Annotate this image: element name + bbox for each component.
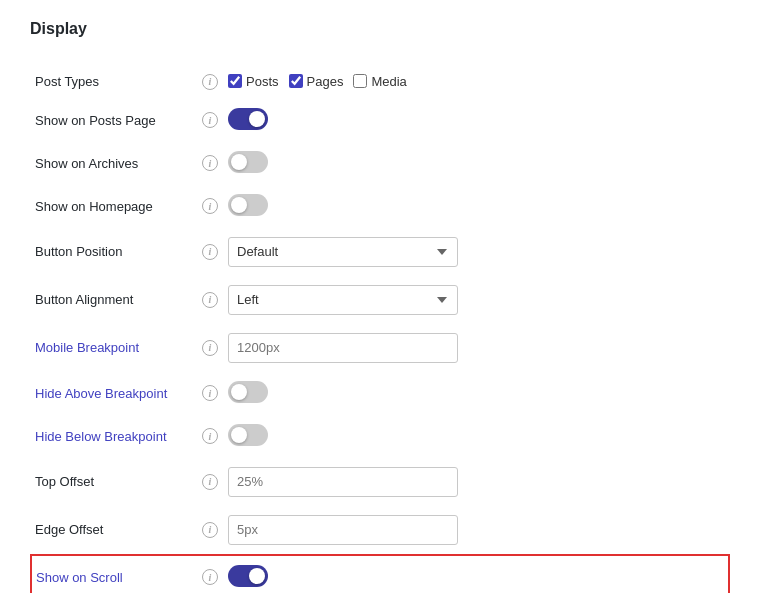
checkbox-media[interactable] <box>353 74 367 88</box>
help-icon-hide-below-breakpoint[interactable]: i <box>202 428 218 444</box>
help-icon-show-on-homepage[interactable]: i <box>202 198 218 214</box>
row-post-types: Post TypesiPostsPagesMedia <box>31 64 729 99</box>
toggle-show-on-posts-page[interactable] <box>228 108 268 130</box>
row-mobile-breakpoint: Mobile Breakpointi <box>31 324 729 372</box>
toggle-show-on-archives[interactable] <box>228 151 268 173</box>
post-types-group: PostsPagesMedia <box>228 74 725 89</box>
help-icon-post-types[interactable]: i <box>202 74 218 90</box>
toggle-slider-show-on-posts-page <box>228 108 268 130</box>
label-mobile-breakpoint: Mobile Breakpoint <box>31 324 196 372</box>
label-show-on-archives: Show on Archives <box>31 142 196 185</box>
input-mobile-breakpoint[interactable] <box>228 333 458 363</box>
row-show-on-scroll: Show on Scrolli <box>31 555 729 594</box>
checkbox-label-media[interactable]: Media <box>353 74 406 89</box>
toggle-slider-hide-below-breakpoint <box>228 424 268 446</box>
help-icon-top-offset[interactable]: i <box>202 474 218 490</box>
toggle-show-on-homepage[interactable] <box>228 194 268 216</box>
label-button-alignment: Button Alignment <box>31 276 196 324</box>
label-hide-below-breakpoint: Hide Below Breakpoint <box>31 415 196 458</box>
help-icon-show-on-posts-page[interactable]: i <box>202 112 218 128</box>
select-button-alignment[interactable]: LeftCenterRight <box>228 285 458 315</box>
label-show-on-scroll: Show on Scroll <box>31 555 196 594</box>
row-edge-offset: Edge Offseti <box>31 506 729 555</box>
row-show-on-posts-page: Show on Posts Pagei <box>31 99 729 142</box>
input-edge-offset[interactable] <box>228 515 458 545</box>
section-title: Display <box>30 20 730 46</box>
help-icon-edge-offset[interactable]: i <box>202 522 218 538</box>
row-show-on-homepage: Show on Homepagei <box>31 185 729 228</box>
label-show-on-posts-page: Show on Posts Page <box>31 99 196 142</box>
row-hide-below-breakpoint: Hide Below Breakpointi <box>31 415 729 458</box>
help-icon-hide-above-breakpoint[interactable]: i <box>202 385 218 401</box>
help-icon-show-on-archives[interactable]: i <box>202 155 218 171</box>
select-button-position[interactable]: DefaultTopBottomLeftRight <box>228 237 458 267</box>
toggle-slider-show-on-archives <box>228 151 268 173</box>
checkbox-pages[interactable] <box>289 74 303 88</box>
row-top-offset: Top Offseti <box>31 458 729 506</box>
row-button-position: Button PositioniDefaultTopBottomLeftRigh… <box>31 228 729 276</box>
label-top-offset: Top Offset <box>31 458 196 506</box>
toggle-hide-below-breakpoint[interactable] <box>228 424 268 446</box>
row-hide-above-breakpoint: Hide Above Breakpointi <box>31 372 729 415</box>
toggle-slider-show-on-homepage <box>228 194 268 216</box>
label-edge-offset: Edge Offset <box>31 506 196 555</box>
checkbox-posts[interactable] <box>228 74 242 88</box>
input-top-offset[interactable] <box>228 467 458 497</box>
row-button-alignment: Button AlignmentiLeftCenterRight <box>31 276 729 324</box>
label-button-position: Button Position <box>31 228 196 276</box>
help-icon-show-on-scroll[interactable]: i <box>202 569 218 585</box>
label-hide-above-breakpoint: Hide Above Breakpoint <box>31 372 196 415</box>
help-icon-mobile-breakpoint[interactable]: i <box>202 340 218 356</box>
toggle-show-on-scroll[interactable] <box>228 565 268 587</box>
toggle-hide-above-breakpoint[interactable] <box>228 381 268 403</box>
settings-table: Post TypesiPostsPagesMediaShow on Posts … <box>30 64 730 593</box>
toggle-slider-hide-above-breakpoint <box>228 381 268 403</box>
help-icon-button-alignment[interactable]: i <box>202 292 218 308</box>
checkbox-label-posts[interactable]: Posts <box>228 74 279 89</box>
label-show-on-homepage: Show on Homepage <box>31 185 196 228</box>
checkbox-label-pages[interactable]: Pages <box>289 74 344 89</box>
label-post-types: Post Types <box>31 64 196 99</box>
row-show-on-archives: Show on Archivesi <box>31 142 729 185</box>
toggle-slider-show-on-scroll <box>228 565 268 587</box>
help-icon-button-position[interactable]: i <box>202 244 218 260</box>
